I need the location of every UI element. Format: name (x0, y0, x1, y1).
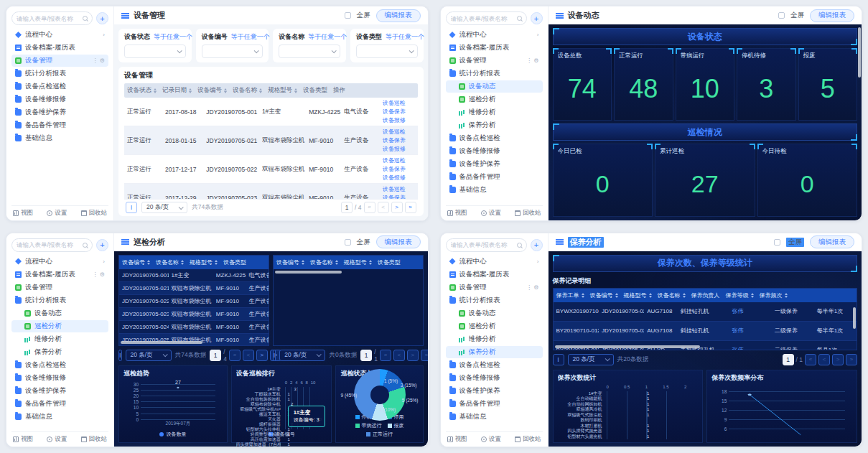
pager-button[interactable]: » (421, 350, 428, 361)
add-button[interactable]: + (531, 12, 543, 24)
sidebar-footer-item[interactable]: 视图 (447, 435, 467, 444)
operation-link[interactable]: 设备巡检 (383, 128, 406, 136)
table-header-cell[interactable]: 设备编号 (587, 289, 621, 302)
pager-button[interactable]: < (393, 350, 405, 361)
sidebar-item[interactable]: 设备档案-履历表 (446, 268, 543, 281)
filter-operator[interactable]: 等于任意一个 (231, 32, 270, 42)
pager-button[interactable]: > (407, 350, 419, 361)
sidebar-item[interactable]: 设备点检巡检 (446, 132, 543, 144)
operation-link[interactable]: 设备保养 (383, 165, 406, 173)
sidebar-item[interactable]: 设备维修报修 (11, 372, 108, 384)
sort-icon[interactable] (369, 260, 372, 265)
sidebar-item[interactable]: 巡检分析 (446, 320, 543, 332)
table-header-cell[interactable]: 保养负责人 (689, 289, 723, 302)
table-header-cell[interactable]: 设备类型 (375, 256, 403, 269)
sort-icon[interactable] (683, 293, 686, 298)
sidebar-footer-item[interactable]: 设置 (481, 435, 501, 444)
column-settings-icon[interactable]: I (273, 350, 276, 361)
sidebar-item[interactable]: 设备维护保养 (446, 158, 543, 170)
sort-icon[interactable] (189, 88, 192, 93)
table-header-cell[interactable]: 规格型号 (265, 83, 300, 98)
operation-link[interactable]: 设备报修 (383, 145, 406, 153)
sidebar-item[interactable]: 巡检分析 (446, 93, 543, 106)
sidebar-item[interactable]: 设备维修报修 (446, 372, 543, 384)
page-size-select[interactable]: 20 条/页 (568, 354, 614, 365)
pager-button[interactable]: » (405, 202, 416, 213)
sidebar-item[interactable]: 设备档案-履历表 (446, 42, 543, 54)
sidebar-footer-item[interactable]: 设置 (481, 209, 501, 218)
cell-owner-link[interactable]: 张伟 (729, 341, 772, 350)
sidebar-item[interactable]: 统计分析报表 (11, 67, 108, 80)
page-size-select[interactable]: 20 条/页 (126, 350, 172, 361)
current-page[interactable]: 1 (783, 354, 794, 365)
sidebar-item[interactable]: 基础信息 (446, 184, 543, 196)
edit-report-button[interactable]: 编辑报表 (810, 235, 854, 248)
table-header-cell[interactable]: 设备编号 (119, 256, 153, 269)
sidebar-item[interactable]: 备品备件管理 (446, 171, 543, 183)
table-header-cell[interactable]: 设备名称 (230, 83, 265, 98)
sort-icon[interactable] (294, 88, 297, 93)
sort-icon[interactable] (147, 260, 150, 265)
vertical-scrollbar[interactable] (853, 307, 856, 329)
sidebar-footer-item[interactable]: 设置 (47, 435, 67, 444)
filter-select[interactable] (356, 45, 418, 58)
search-input[interactable] (451, 15, 515, 22)
table-header-cell[interactable]: 设备名称 (307, 256, 341, 269)
donut-chart[interactable] (354, 369, 406, 421)
sidebar-item[interactable]: 设备管理 ⋮ ⚙ (446, 55, 543, 67)
sort-icon[interactable] (751, 293, 754, 298)
sidebar-item-extra-icons[interactable]: ⋮ ⚙ (93, 57, 105, 64)
column-settings-icon[interactable]: I (126, 202, 137, 213)
operation-link[interactable]: 设备巡检 (383, 99, 406, 107)
sidebar-item[interactable]: 保养分析 (446, 119, 543, 131)
sort-icon[interactable] (154, 88, 157, 93)
table-header-cell[interactable]: 记录日期 (159, 83, 195, 98)
add-button[interactable]: + (96, 12, 108, 24)
sidebar-item[interactable]: 设备管理 ⋮ ⚙ (11, 55, 108, 67)
fullscreen-checkbox[interactable] (774, 239, 780, 246)
table-header-cell[interactable]: 保养频次 (757, 289, 790, 302)
sidebar-footer-item[interactable]: 设置 (47, 209, 67, 218)
sidebar-footer-item[interactable]: 视图 (13, 435, 33, 444)
sidebar-footer-item[interactable]: 回收站 (515, 209, 541, 218)
pager-button[interactable]: » (846, 354, 857, 365)
pager-button[interactable]: < (378, 202, 389, 213)
table-header-cell[interactable]: 规格型号 (341, 256, 375, 269)
sidebar-item[interactable]: 备品备件管理 (446, 398, 543, 410)
sidebar-item[interactable]: 维修分析 (446, 106, 543, 118)
sidebar-item[interactable]: 设备动态 (446, 307, 543, 319)
sidebar-item-extra-icons[interactable]: › (103, 258, 105, 265)
form-menu-icon[interactable] (121, 239, 129, 245)
table-header-cell[interactable]: 设备编号 (195, 83, 230, 98)
sidebar-item[interactable]: 流程中心 › (446, 29, 543, 41)
sidebar-item[interactable]: 维修分析 (446, 333, 543, 345)
horizontal-scrollbar[interactable] (121, 341, 202, 344)
sidebar-item[interactable]: 基础信息 (446, 411, 543, 423)
sidebar-item-extra-icons[interactable]: › (537, 32, 539, 38)
table-header-cell[interactable]: 规格型号 (187, 256, 220, 269)
add-button[interactable]: + (96, 239, 108, 251)
vertical-scrollbar[interactable] (858, 27, 861, 78)
table-header-cell[interactable]: 操作 (330, 83, 348, 98)
search-input[interactable] (17, 15, 80, 22)
filter-select[interactable] (124, 45, 186, 58)
form-menu-icon[interactable] (556, 13, 564, 19)
sidebar-item-extra-icons[interactable]: ⋮ ⚙ (526, 284, 538, 291)
search-input[interactable] (17, 241, 80, 248)
sidebar-item[interactable]: 设备维修报修 (446, 145, 543, 157)
search-input[interactable] (451, 241, 515, 248)
sidebar-footer-item[interactable]: 视图 (13, 209, 33, 218)
column-settings-icon[interactable]: I (118, 350, 122, 361)
sidebar-item-extra-icons[interactable]: › (103, 32, 105, 38)
sidebar-item[interactable]: 设备管理 ⋮ ⚙ (446, 281, 543, 294)
table-header-cell[interactable]: 设备类型 (220, 256, 249, 269)
filter-select[interactable] (279, 45, 340, 58)
pager-button[interactable]: > (832, 354, 844, 365)
sidebar-item[interactable]: 保养分析 (446, 346, 543, 358)
column-settings-icon[interactable]: I (553, 354, 564, 365)
sidebar-item[interactable]: 设备维护保养 (11, 385, 108, 397)
operation-link[interactable]: 设备报修 (383, 116, 406, 124)
operation-link[interactable]: 设备保养 (383, 136, 406, 144)
operation-link[interactable]: 设备保养 (383, 108, 406, 116)
pager-button[interactable]: « (364, 202, 375, 213)
